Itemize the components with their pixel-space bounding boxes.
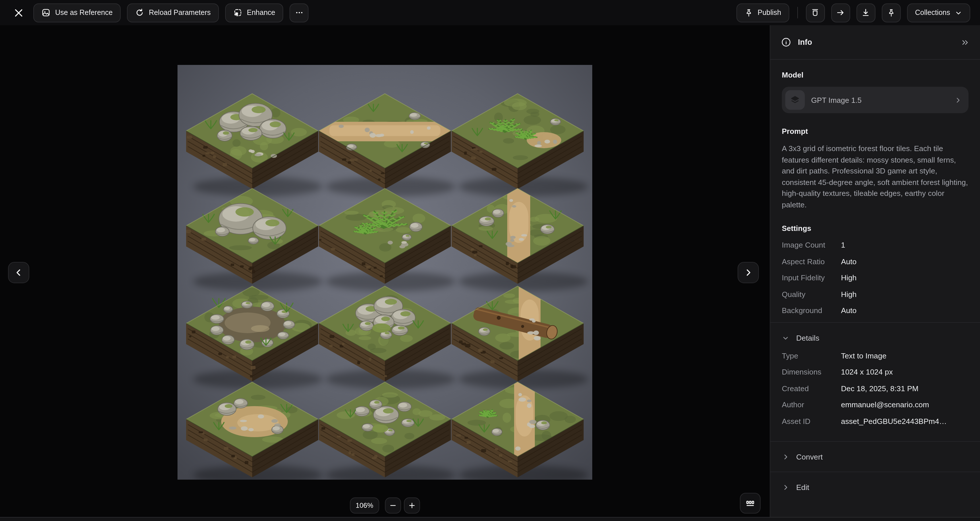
app-window: Use as Reference Reload Parameters Enhan…: [0, 0, 980, 521]
setting-value: High: [841, 289, 856, 299]
convert-section-title: Convert: [796, 453, 822, 461]
prompt-section-title: Prompt: [782, 127, 969, 135]
collections-button[interactable]: Collections: [907, 3, 970, 22]
image-canvas: 106%: [0, 25, 770, 521]
chevron-down-icon: [955, 9, 962, 16]
info-panel-body: Model GPT Image 1.5 Prompt A 3x3 grid of…: [770, 60, 980, 502]
details-toggle[interactable]: Details: [782, 322, 969, 349]
info-panel: Info Model GPT Image 1.5: [770, 25, 980, 521]
edit-toggle[interactable]: Edit: [782, 472, 969, 502]
chevron-down-icon: [782, 334, 789, 342]
collections-label: Collections: [915, 9, 950, 17]
details-section: TypeText to Image Dimensions1024 x 1024 …: [782, 349, 969, 436]
publish-label: Publish: [758, 9, 781, 17]
setting-row: QualityHigh: [782, 289, 969, 299]
toolbar-divider: [797, 7, 798, 18]
detail-label: Created: [782, 383, 841, 393]
generated-image: [178, 65, 592, 479]
pin-icon: [887, 8, 896, 17]
setting-label: Input Fidelity: [782, 273, 841, 283]
detail-value: 1024 x 1024 px: [841, 367, 892, 377]
move-to-button[interactable]: [831, 3, 850, 22]
zoom-controls: 106%: [350, 497, 420, 513]
main-area: 106%: [0, 25, 980, 521]
setting-label: Quality: [782, 289, 841, 299]
model-section-title: Model: [782, 71, 969, 79]
chevron-right-icon: [954, 96, 962, 104]
delete-button[interactable]: [806, 3, 825, 22]
convert-toggle[interactable]: Convert: [782, 442, 969, 472]
enhance-button[interactable]: Enhance: [225, 3, 283, 22]
bottom-strip: [0, 517, 980, 521]
use-as-reference-label: Use as Reference: [55, 9, 113, 17]
pin-icon: [745, 8, 753, 17]
chevron-right-icon: [782, 484, 789, 491]
details-section-title: Details: [796, 334, 819, 342]
setting-label: Background: [782, 306, 841, 315]
download-button[interactable]: [856, 3, 875, 22]
settings-section: Settings Image Count1 Aspect RatioAuto I…: [782, 224, 969, 315]
arrow-right-icon: [836, 8, 845, 17]
next-image-button[interactable]: [738, 262, 759, 283]
layers-icon: [790, 95, 800, 105]
chevron-right-icon: [782, 453, 789, 461]
detail-row: Authoremmanuel@scenario.com: [782, 400, 969, 410]
enhance-label: Enhance: [247, 9, 275, 17]
setting-label: Aspect Ratio: [782, 256, 841, 266]
setting-row: Input FidelityHigh: [782, 273, 969, 283]
plus-icon: [408, 502, 416, 510]
close-icon: [14, 8, 23, 17]
detail-label: Type: [782, 351, 841, 361]
setting-row: Aspect RatioAuto: [782, 256, 969, 266]
detail-label: Asset ID: [782, 416, 841, 426]
info-icon: [781, 37, 792, 48]
setting-row: Image Count1: [782, 240, 969, 250]
setting-row: BackgroundAuto: [782, 306, 969, 315]
image-icon: [41, 8, 51, 17]
info-panel-header: Info: [770, 25, 980, 60]
detail-value: emmanuel@scenario.com: [841, 400, 929, 410]
trash-icon: [811, 8, 820, 17]
detail-row: Dimensions1024 x 1024 px: [782, 367, 969, 377]
detail-row: TypeText to Image: [782, 351, 969, 361]
detail-label: Author: [782, 400, 841, 410]
topbar-left-group: Use as Reference Reload Parameters Enhan…: [10, 3, 309, 22]
reload-icon: [135, 8, 144, 17]
previous-image-button[interactable]: [8, 262, 29, 283]
setting-value: Auto: [841, 256, 856, 266]
enhance-icon: [233, 8, 242, 17]
edit-section-title: Edit: [796, 483, 809, 492]
topbar: Use as Reference Reload Parameters Enhan…: [0, 0, 980, 25]
setting-value: 1: [841, 240, 845, 250]
chevron-left-icon: [14, 267, 24, 277]
double-chevron-right-icon: [961, 38, 970, 47]
detail-value: Text to Image: [841, 351, 886, 361]
detail-row: Asset IDasset_PedGBU5e2443BPm4…: [782, 416, 969, 426]
filmstrip-toggle-button[interactable]: [740, 493, 760, 513]
detail-value: Dec 18, 2025, 8:31 PM: [841, 383, 918, 393]
filmstrip-icon: [745, 498, 756, 508]
use-as-reference-button[interactable]: Use as Reference: [33, 3, 121, 22]
detail-label: Dimensions: [782, 367, 841, 377]
close-button[interactable]: [10, 4, 27, 21]
model-icon-box: [785, 90, 805, 110]
chevron-right-icon: [743, 267, 753, 277]
setting-value: High: [841, 273, 856, 283]
minus-icon: [389, 502, 397, 510]
reload-parameters-button[interactable]: Reload Parameters: [127, 3, 219, 22]
prompt-text: A 3x3 grid of isometric forest floor til…: [782, 143, 969, 210]
setting-value: Auto: [841, 306, 856, 315]
download-icon: [861, 8, 870, 17]
setting-label: Image Count: [782, 240, 841, 250]
settings-section-title: Settings: [782, 224, 969, 233]
publish-button[interactable]: Publish: [737, 3, 789, 22]
zoom-in-button[interactable]: [404, 497, 420, 513]
model-selector[interactable]: GPT Image 1.5: [782, 87, 969, 113]
collapse-panel-button[interactable]: [961, 38, 970, 47]
zoom-out-button[interactable]: [385, 497, 401, 513]
zoom-level[interactable]: 106%: [350, 497, 379, 513]
detail-value: asset_PedGBU5e2443BPm4…: [841, 416, 947, 426]
more-options-button[interactable]: [290, 3, 309, 22]
pin-button[interactable]: [882, 3, 901, 22]
panel-title: Info: [798, 38, 812, 46]
